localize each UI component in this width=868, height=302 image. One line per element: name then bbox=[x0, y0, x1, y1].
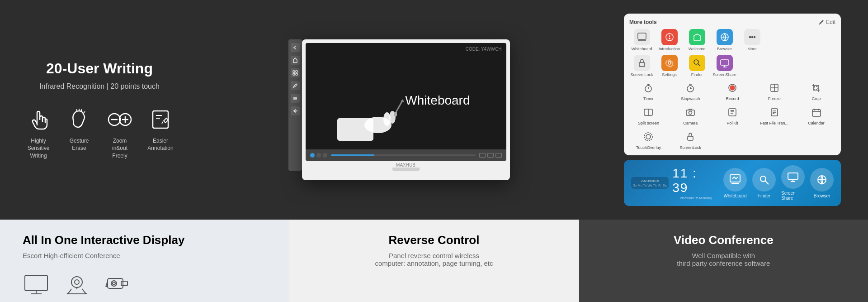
svg-rect-68 bbox=[688, 136, 693, 140]
app-screenlock[interactable]: Screen Lock bbox=[629, 55, 654, 77]
icon-projector bbox=[104, 273, 131, 296]
app-introduction[interactable]: Introduction bbox=[657, 29, 682, 51]
svg-rect-23 bbox=[394, 112, 397, 116]
bottom-app-panel: 2023/08/15 Su Mo Tu We Th Fr Sa 11 : 39 … bbox=[624, 160, 841, 206]
app-panel-top: More tools Edit Wh bbox=[624, 14, 841, 155]
bottom-icons-row-interactive bbox=[23, 273, 266, 296]
svg-rect-25 bbox=[638, 33, 646, 39]
bottom-col-interactive: All In One Interactive Display Escort Hi… bbox=[0, 220, 289, 302]
blue-app-name-browser: Browser bbox=[814, 193, 830, 198]
tool-pollkit[interactable]: PollKit bbox=[713, 105, 752, 126]
tool-label-crop: Crop bbox=[812, 96, 821, 101]
center-panel: CODE: Y4WWCH Whiteboard bbox=[172, 39, 624, 180]
blue-app-name-whiteboard: Whiteboard bbox=[723, 193, 746, 198]
app-browser[interactable]: Browser bbox=[712, 29, 737, 51]
svg-point-66 bbox=[646, 134, 651, 139]
bottom-col-reverse: Reverse Control Panel reverse control wi… bbox=[289, 220, 579, 302]
tool-touchoverlay[interactable]: TouchOverlay bbox=[629, 129, 668, 150]
side-btn-apps[interactable] bbox=[291, 68, 300, 77]
blue-app-icons: Whiteboard Finder Screen Share bbox=[723, 165, 834, 201]
svg-rect-39 bbox=[721, 60, 729, 65]
monitor-code: CODE: Y4WWCH bbox=[466, 47, 502, 52]
svg-point-84 bbox=[111, 281, 117, 286]
svg-line-21 bbox=[395, 100, 403, 114]
app-finder[interactable]: Finder bbox=[684, 55, 709, 77]
tool-label-record: Record bbox=[726, 96, 739, 101]
blue-app-whiteboard[interactable]: Whiteboard bbox=[723, 168, 747, 198]
svg-point-34 bbox=[754, 37, 755, 38]
apps-row-2: Screen Lock Settings Finder bbox=[629, 55, 835, 77]
side-btn-back[interactable] bbox=[291, 43, 300, 52]
app-welcome[interactable]: Welcome bbox=[684, 29, 709, 51]
date-display: 2023/08/15 Monday bbox=[672, 196, 720, 200]
hand-writing-visual bbox=[333, 86, 414, 147]
svg-point-32 bbox=[749, 37, 750, 38]
side-btn-settings[interactable] bbox=[291, 106, 300, 115]
app-whiteboard[interactable]: Whiteboard bbox=[629, 29, 654, 51]
zoom-icon bbox=[106, 106, 133, 134]
bottom-title-reverse: Reverse Control bbox=[389, 233, 480, 247]
app-label-settings: Settings bbox=[662, 72, 677, 77]
app-panel-header: More tools Edit bbox=[629, 19, 835, 25]
monitor-screen: CODE: Y4WWCH Whiteboard bbox=[306, 43, 506, 161]
tool-camera[interactable]: Camera bbox=[671, 105, 710, 126]
app-label-browser: Browser bbox=[717, 47, 732, 51]
time-display: 11 : 39 bbox=[672, 166, 715, 195]
blue-app-browser[interactable]: Browser bbox=[810, 168, 834, 198]
svg-point-44 bbox=[730, 86, 735, 90]
app-label-whiteboard: Whiteboard bbox=[631, 47, 652, 51]
top-section: 20-User Writing Infrared Recognition | 2… bbox=[0, 0, 868, 220]
app-more[interactable]: More bbox=[740, 29, 764, 51]
tool-record[interactable]: Record bbox=[713, 81, 752, 101]
side-btn-pen[interactable] bbox=[291, 81, 300, 90]
bottom-subtitle-interactive: Escort High-efficient Conference bbox=[23, 252, 266, 259]
glove-icon bbox=[66, 106, 93, 134]
svg-rect-9 bbox=[293, 71, 295, 72]
tool-splitscreen[interactable]: Split screen bbox=[629, 105, 668, 126]
bottom-title-interactive: All In One Interactive Display bbox=[23, 233, 266, 247]
app-label-welcome: Welcome bbox=[689, 47, 705, 51]
svg-point-36 bbox=[668, 62, 671, 64]
side-btn-menu[interactable] bbox=[291, 94, 300, 103]
icon-screen bbox=[23, 273, 50, 296]
tool-label-timer: Timer bbox=[643, 96, 654, 101]
tool-crop[interactable]: Crop bbox=[797, 81, 835, 101]
bottom-title-video: Video Conference bbox=[674, 233, 774, 247]
side-btn-home[interactable] bbox=[291, 56, 300, 65]
app-screenshare[interactable]: ScreenShare bbox=[712, 55, 737, 77]
bottom-subtitle-video: Well Compatible with third party confere… bbox=[677, 252, 770, 267]
app-label-finder: Finder bbox=[691, 72, 703, 77]
tool-label-pollkit: PollKit bbox=[726, 121, 738, 126]
svg-point-37 bbox=[694, 60, 698, 64]
app-settings[interactable]: Settings bbox=[657, 55, 682, 77]
tool-label-touchoverlay: TouchOverlay bbox=[636, 145, 661, 150]
app-label-screenshare: ScreenShare bbox=[712, 72, 736, 77]
svg-rect-49 bbox=[814, 86, 818, 89]
bottom-subtitle-reverse: Panel reverse control wireless computer:… bbox=[375, 252, 493, 267]
svg-rect-54 bbox=[729, 109, 736, 116]
blue-app-icon-screenshare bbox=[781, 165, 805, 189]
tool-calendar[interactable]: Calendar bbox=[797, 105, 835, 126]
tool-freeze[interactable]: Freeze bbox=[755, 81, 793, 101]
blue-app-finder[interactable]: Finder bbox=[752, 168, 776, 198]
edit-button[interactable]: Edit bbox=[819, 19, 835, 25]
tool-timer[interactable]: Timer bbox=[629, 81, 668, 101]
apps-row-1: Whiteboard Introduction Welcome bbox=[629, 29, 835, 51]
bottom-col-video: Video Conference Well Compatible with th… bbox=[579, 220, 868, 302]
svg-point-80 bbox=[71, 277, 82, 288]
svg-rect-72 bbox=[788, 173, 798, 179]
blue-app-screenshare[interactable]: Screen Share bbox=[781, 165, 805, 201]
icon-item-annotation: EasierAnnotation bbox=[147, 106, 174, 160]
tool-stopwatch[interactable]: Stopwatch bbox=[671, 81, 710, 101]
tool-label-screenlock2: ScreenLock bbox=[679, 145, 701, 150]
monitor-wrapper: CODE: Y4WWCH Whiteboard bbox=[286, 39, 510, 180]
bottom-section: All In One Interactive Display Escort Hi… bbox=[0, 220, 868, 302]
more-tools-title: More tools bbox=[629, 19, 657, 25]
svg-rect-77 bbox=[25, 275, 47, 291]
icon-label-sensitive: HighlySensitive Writing bbox=[25, 137, 52, 160]
icon-item-sensitive: HighlySensitive Writing bbox=[25, 106, 52, 160]
feature-icons-row: HighlySensitive Writing GestureErase bbox=[27, 106, 172, 160]
tool-fastfile[interactable]: Fast File Tran... bbox=[755, 105, 793, 126]
tool-screenlock[interactable]: ScreenLock bbox=[671, 129, 710, 150]
svg-point-85 bbox=[113, 282, 115, 285]
